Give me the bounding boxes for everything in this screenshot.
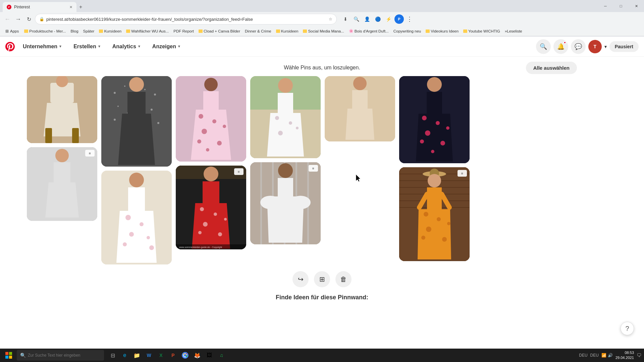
taskbar-clock[interactable]: 08:53 29.04.2021 [615,350,634,361]
copy-pin-button[interactable]: ⊞ [314,271,330,287]
back-button[interactable]: ← [3,14,12,24]
toolbar-right: ⬇ 🔍 👤 🔵 ⚡ P ⋮ [341,14,414,24]
bookmark-leseliste[interactable]: » Leseliste [503,28,524,34]
pin-card-5[interactable] [176,76,246,162]
pin-card-9[interactable] [325,76,395,141]
bookmark-pdf[interactable]: PDF Report [171,28,196,34]
svg-point-116 [426,227,431,232]
taskbar-search-input[interactable] [28,353,95,358]
taskbar-excel-icon[interactable]: X [156,350,166,361]
taskbar-chrome-icon[interactable] [180,350,191,361]
nav-item-analytics[interactable]: Analytics ▾ [107,41,146,52]
menu-button[interactable]: ⋮ [405,15,414,23]
wifi-icon[interactable]: 📶 [601,353,606,358]
user-menu-chevron[interactable]: ▾ [604,44,607,49]
delete-pin-button[interactable]: 🗑 [335,271,352,287]
pin-card-2[interactable]: ≡ [27,147,97,221]
chrome-profile-button[interactable]: P [394,14,404,24]
active-tab[interactable]: P Pinterest ✕ [3,2,76,12]
pin-menu-button-6[interactable]: ≡ [234,168,244,175]
extension-icon-1[interactable]: 🔵 [373,14,382,24]
svg-point-48 [197,139,201,143]
svg-text:www.sommerkleider-guide.de - C: www.sommerkleider-guide.de - Copyright [179,246,222,249]
profile-extension-button[interactable]: 👤 [362,14,372,24]
nav-item-unternehmen[interactable]: Unternehmen ▾ [17,41,67,52]
pin-card-4[interactable] [101,171,172,264]
taskbar-spotify-icon[interactable]: ♫ [216,350,227,361]
bookmark-dinner[interactable]: Dinner & Crime [243,28,273,34]
taskbar-photos-icon[interactable]: 🖼 [204,350,215,361]
bookmark-social-media[interactable]: Social Media Mana... [301,28,346,34]
pin-menu-button-8[interactable]: ≡ [309,165,318,172]
search-button[interactable]: 🔍 [352,14,361,24]
help-button[interactable]: ? [621,322,634,335]
maximize-button[interactable]: □ [613,0,629,12]
bookmark-star-icon[interactable]: ☆ [329,17,332,21]
bookmark-wahlfacher[interactable]: Wahlfächer WU Aus... [124,28,171,34]
nav-item-anzeigen[interactable]: Anzeigen ▾ [147,41,185,52]
bookmark-videokurs[interactable]: Videokurs Ideen [424,28,461,34]
svg-point-39 [149,245,154,250]
svg-point-91 [427,77,442,92]
select-all-button[interactable]: Alle auswählen [526,62,577,74]
nav-item-erstellen[interactable]: Erstellen ▾ [68,41,106,52]
svg-rect-4 [72,128,79,143]
forward-button[interactable]: → [13,14,23,24]
taskbar-task-view[interactable]: ⊟ [107,350,118,361]
svg-point-45 [212,119,216,123]
pins-grid: ≡ [0,76,644,264]
pinterest-logo[interactable] [5,42,15,51]
pin-image-2 [27,147,97,221]
bookmark-kursideen2[interactable]: Kursideen [274,28,301,34]
taskbar-search[interactable]: 🔍 [17,350,104,361]
minimize-button[interactable]: ─ [598,0,613,12]
bookmark-spater[interactable]: Später [81,28,97,34]
move-pin-button[interactable]: ↪ [292,271,309,287]
bookmark-copywriting[interactable]: Copywriting neu [391,28,423,34]
tab-close-icon[interactable]: ✕ [69,5,72,9]
reload-button[interactable]: ↻ [24,14,34,24]
bookmark-kursideen1[interactable]: Kursideen [97,28,123,34]
svg-rect-54 [203,181,219,203]
pin-menu-button-2[interactable]: ≡ [85,150,95,157]
close-button[interactable]: ✕ [629,0,644,12]
pin-card-3[interactable] [101,76,172,167]
pin-image-9 [325,76,395,141]
download-button[interactable]: ⬇ [341,14,350,24]
taskbar-word-icon[interactable]: W [144,350,154,361]
taskbar-explorer-icon[interactable]: 📁 [131,350,142,361]
volume-icon[interactable]: 🔊 [608,353,613,358]
pin-card-1[interactable] [27,76,97,143]
pinterest-navbar: Unternehmen ▾ Erstellen ▾ Analytics ▾ An… [0,37,644,57]
messages-button[interactable]: 💬 [571,39,586,54]
pin-image-10 [399,76,470,163]
notifications-button[interactable]: 🔔 [553,39,568,54]
bookmark-bois[interactable]: 🌸 Bois d'Argent Duft... [347,28,391,34]
bookmark-youtube[interactable]: Youtube WICHTIG [461,28,502,34]
pin-card-8[interactable]: ≡ [250,162,321,244]
notification-center-icon[interactable]: 🗨 [637,353,641,358]
bookmark-blog[interactable]: Blog [69,28,80,34]
address-bar[interactable]: 🔒 pinterest.at/tobiasbecker061199/kurze-… [35,14,337,24]
taskbar-edge-icon[interactable]: e [119,350,130,361]
svg-marker-33 [116,211,157,263]
selection-bar: Wähle Pins aus, um loszulegen. Alle ausw… [0,62,644,76]
taskbar-firefox-icon[interactable]: 🦊 [192,350,203,361]
pin-menu-button-11[interactable]: ≡ [458,170,467,177]
user-avatar[interactable]: T [588,40,602,53]
taskbar-powerpoint-icon[interactable]: P [168,350,178,361]
search-nav-button[interactable]: 🔍 [536,39,551,54]
pin-card-6[interactable]: ≡ www.sommerkleider-guide.de - C [176,166,246,249]
bookmark-produktsuche[interactable]: Produktsuche - Mer... [22,28,68,34]
new-tab-button[interactable]: + [76,2,85,12]
pin-card-7[interactable] [250,76,321,158]
bookmark-cload[interactable]: Cload + Canva Bilder [197,28,242,34]
extension-icon-2[interactable]: ⚡ [384,14,393,24]
pausiert-button[interactable]: Pausiert [609,41,639,52]
start-button[interactable] [3,349,15,361]
pin-card-10[interactable] [399,76,470,163]
bookmark-apps[interactable]: ⊞ Apps [3,28,21,34]
pin-image-6: www.sommerkleider-guide.de - Copyright [176,166,246,249]
svg-point-9 [55,149,69,162]
pin-card-11[interactable]: ≡ [399,167,470,261]
